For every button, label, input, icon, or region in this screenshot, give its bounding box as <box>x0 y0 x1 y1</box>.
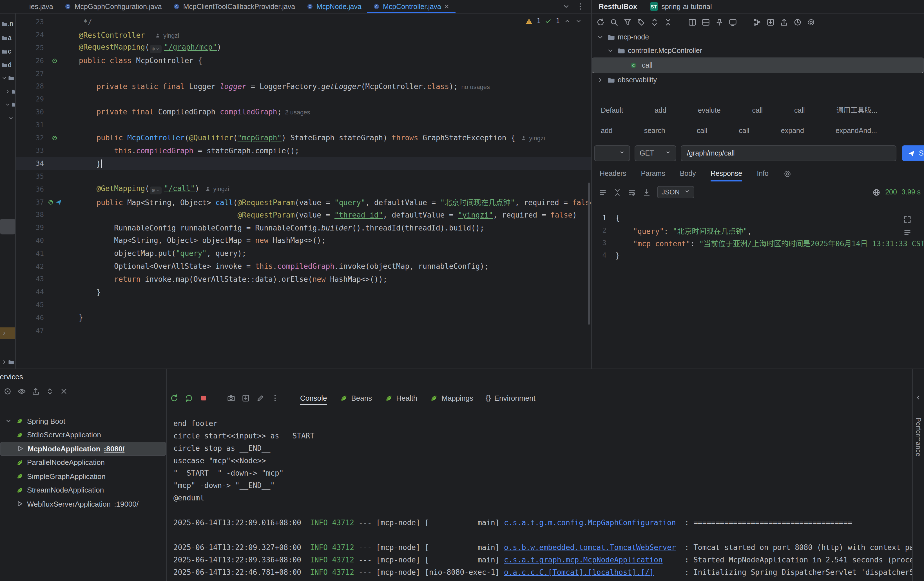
request-tab[interactable]: Default <box>601 106 623 115</box>
project-tree-strip[interactable]: .nacdg <box>0 13 16 369</box>
editor-scrollbar[interactable] <box>588 182 590 324</box>
chev-down-icon[interactable] <box>562 2 570 11</box>
response-json-viewer[interactable]: 1{2 "query": "北京时间现在几点钟",3 "mcp_content"… <box>592 202 924 369</box>
rows-icon[interactable] <box>701 18 710 26</box>
search-icon[interactable] <box>610 18 618 26</box>
bean-icon[interactable] <box>47 199 54 205</box>
monitor-icon[interactable] <box>729 18 737 26</box>
chev-down-icon[interactable] <box>596 33 604 41</box>
expand-corners-icon[interactable] <box>903 215 912 224</box>
editor-tab[interactable]: CMcpClientToolCallbackProvider.java <box>168 0 301 13</box>
console-tab-beans[interactable]: Beans <box>339 391 372 405</box>
close-icon[interactable] <box>60 387 68 396</box>
project-tree-row[interactable]: d <box>0 59 15 70</box>
project-tree-row[interactable]: c <box>0 46 15 57</box>
close-icon[interactable] <box>444 3 450 10</box>
gear-icon[interactable] <box>807 18 815 26</box>
request-tab[interactable]: add <box>655 106 667 115</box>
bean-icon[interactable] <box>51 58 58 64</box>
project-tree-row[interactable] <box>0 99 15 110</box>
project-tree-row[interactable] <box>0 328 15 339</box>
subtab-params[interactable]: Params <box>641 165 665 182</box>
filter-icon[interactable] <box>623 18 632 26</box>
download-icon[interactable] <box>642 188 651 196</box>
wrap-icon[interactable] <box>628 188 636 196</box>
chev-right-icon[interactable] <box>1 359 7 365</box>
updown-icon[interactable] <box>46 387 54 396</box>
request-tab[interactable]: call <box>794 106 805 115</box>
environment-select[interactable] <box>594 146 630 161</box>
method-select[interactable]: GET <box>635 146 676 161</box>
editor-tab[interactable]: CMcpNode.java <box>301 0 367 13</box>
bean-icon[interactable] <box>51 134 58 141</box>
api-tree-row[interactable]: observability <box>592 73 924 87</box>
chev-down-icon[interactable] <box>575 17 582 25</box>
chev-down-icon[interactable] <box>1 74 7 81</box>
project-tree-row[interactable] <box>0 112 15 123</box>
chev-up-icon[interactable] <box>564 17 571 25</box>
subtab-response[interactable]: Response <box>711 165 742 182</box>
export-icon[interactable] <box>780 18 788 26</box>
send-icon[interactable] <box>55 199 62 205</box>
gear-icon[interactable] <box>783 169 792 178</box>
warn-icon[interactable] <box>525 17 533 25</box>
chev-down-icon[interactable] <box>606 47 614 55</box>
request-tab[interactable]: add <box>601 126 613 135</box>
chev-down-icon[interactable] <box>8 115 14 121</box>
project-tree-row[interactable] <box>0 218 15 234</box>
request-tab[interactable]: evalute <box>698 106 721 115</box>
url-mapping-inlay[interactable]: ⊕ <box>150 45 162 53</box>
performance-tab[interactable]: Performance <box>915 417 922 457</box>
request-tab[interactable]: search <box>644 126 665 135</box>
service-row[interactable]: SimpleGraphApplication <box>0 469 166 483</box>
update-icon[interactable] <box>185 394 193 402</box>
stop-icon[interactable] <box>199 394 208 402</box>
import-icon[interactable] <box>242 394 250 402</box>
collapse-all-icon[interactable] <box>664 18 672 26</box>
kebab-icon[interactable] <box>271 394 279 402</box>
window-minimize-icon[interactable]: — <box>0 0 24 13</box>
restfulbox-project-tab[interactable]: ST spring-ai-tutorial <box>650 0 712 13</box>
subtab-body[interactable]: Body <box>680 165 696 182</box>
service-row[interactable]: WebfluxServerApplication :19000/ <box>0 497 166 511</box>
format-select[interactable]: JSON <box>657 186 694 199</box>
clock-icon[interactable] <box>794 18 802 26</box>
console-tab-environment[interactable]: {}Environment <box>486 391 535 405</box>
tree-icon[interactable] <box>753 18 761 26</box>
project-tree-row[interactable]: g <box>0 72 15 83</box>
api-tree-row[interactable]: Ccall <box>592 58 924 73</box>
expand-all-icon[interactable] <box>650 18 659 26</box>
chev-down-icon[interactable] <box>5 417 12 425</box>
list-icon[interactable] <box>599 188 607 196</box>
target-icon[interactable] <box>3 387 12 396</box>
project-tree-row[interactable]: a <box>0 32 15 43</box>
code-editor[interactable]: 23 */24@RestController yingzi25@RequestM… <box>16 13 591 369</box>
collapse-stripe-icon[interactable] <box>914 394 922 403</box>
api-tree-row[interactable]: controller.McpController <box>592 44 924 58</box>
request-tab[interactable]: expandAnd... <box>836 126 877 135</box>
editor-tab[interactable]: CMcpController.java <box>367 0 456 13</box>
chev-down-icon[interactable] <box>5 101 11 108</box>
console-tab-console[interactable]: Console <box>300 391 327 405</box>
collapse-all-icon[interactable] <box>613 188 622 196</box>
pencil-icon[interactable] <box>256 394 265 402</box>
check-icon[interactable] <box>544 17 552 25</box>
sync-icon[interactable] <box>596 18 605 26</box>
camera-icon[interactable] <box>227 394 235 402</box>
service-row[interactable]: StdioServerApplication <box>0 428 166 442</box>
chev-right-icon[interactable] <box>596 76 604 84</box>
tag-icon[interactable] <box>637 18 645 26</box>
kebab-icon[interactable] <box>576 2 584 11</box>
project-tree-row[interactable] <box>0 356 15 367</box>
service-row[interactable]: StreamNodeApplication <box>0 483 166 497</box>
service-row[interactable]: ParallelNodeApplication <box>0 455 166 469</box>
service-row[interactable]: Spring Boot <box>0 414 166 428</box>
service-row[interactable]: McpNodeApplication :8080/ <box>0 442 166 455</box>
console-output[interactable]: end footercircle start<<input>> as __STA… <box>173 410 912 581</box>
eye-icon[interactable] <box>17 387 26 396</box>
subtab-info[interactable]: Info <box>757 165 769 182</box>
rerun-icon[interactable] <box>170 394 178 402</box>
console-tab-health[interactable]: Health <box>384 391 417 405</box>
pin-icon[interactable] <box>715 18 724 26</box>
request-tab[interactable]: 调用工具版... <box>837 106 878 115</box>
